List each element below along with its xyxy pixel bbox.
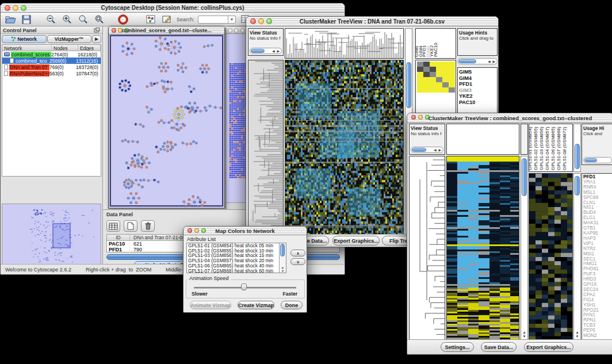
zoom-window-icon[interactable]	[240, 28, 245, 33]
treeview-combined-titlebar[interactable]: ClusterMaker TreeView : combined_scores_…	[407, 113, 612, 123]
view-status-scrollbar[interactable]: ◀ ▶	[250, 48, 282, 54]
zoom-out-icon[interactable]	[44, 14, 57, 25]
gene-label[interactable]: YKE2	[459, 93, 497, 99]
global-heatmap[interactable]	[285, 60, 404, 235]
usage-hints-scrollbar[interactable]	[583, 157, 612, 163]
gene-label-list: PFD1YRA1RNR4MSL1SPC98CLN1NIS1BUD4ELG1MAK…	[582, 173, 612, 340]
gene-label[interactable]: PAC10	[459, 99, 497, 106]
network-row[interactable]: combined_scores 2764(0) 16218(0)	[2, 51, 101, 58]
network-row-icon	[4, 64, 8, 70]
network-canvas[interactable]	[110, 35, 223, 206]
network-row[interactable]: RNAPuberNov2+! 563(0) 107847(0)	[2, 70, 101, 76]
float-panel-icon[interactable]	[94, 28, 100, 34]
network-view-titlebar[interactable]: combined_scores_good.txt--cluste...	[109, 26, 224, 35]
move-down-button[interactable]: ∨	[290, 258, 305, 265]
network-overview-panel[interactable]	[2, 204, 101, 265]
save-session-icon[interactable]	[20, 14, 33, 25]
dense-network-grid[interactable]	[230, 63, 247, 179]
network-overview-thumbnail	[2, 204, 101, 264]
col-nodes[interactable]: Nodes	[52, 45, 78, 51]
animate-vizmap-button[interactable]: Animate Vizmap	[190, 301, 231, 309]
gene-id: PAC10	[107, 241, 130, 247]
row-dendrogram[interactable]	[248, 60, 284, 235]
export-graphics-button[interactable]: Export Graphics...	[524, 342, 573, 352]
dialog-titlebar[interactable]: Map Colors to Network	[183, 227, 307, 235]
create-vizmap-button[interactable]: Create Vizmap	[238, 301, 274, 309]
network-row-icon	[4, 71, 8, 76]
network-nodes-count: 2569(6)	[49, 58, 76, 64]
search-dropdown-icon[interactable]: ▼	[228, 16, 235, 23]
attribute-list: GPL51-01 (GSM854) heat shock 05 minGPL51…	[186, 243, 286, 273]
network-name: RNAPuberNov2+!	[9, 71, 49, 76]
gene-label[interactable]: GIM3	[459, 87, 497, 94]
gene-label[interactable]: MON2	[583, 334, 612, 339]
open-file-icon[interactable]	[4, 14, 17, 25]
dialog-title: Map Colors to Network	[183, 227, 307, 235]
network-edges-count: 16218(0)	[78, 52, 101, 58]
treeview-combined-window: ClusterMaker TreeView : combined_scores_…	[407, 113, 612, 355]
move-up-button[interactable]: ∧	[290, 250, 305, 256]
gene-label[interactable]: GIM5	[459, 69, 497, 75]
heatmap-vscrollbar[interactable]: ▲▼	[521, 156, 528, 340]
tab-vizmapper[interactable]: VizMapper™	[47, 35, 92, 43]
network-nodes-count: 769(0)	[49, 64, 76, 70]
network-nodes-count: 2764(0)	[51, 52, 78, 58]
map-colors-dialog: Map Colors to Network Attribute List GPL…	[183, 226, 307, 313]
close-icon[interactable]	[228, 28, 232, 33]
genelist-vscrollbar[interactable]: ▲▼	[573, 173, 581, 340]
save-data-button[interactable]: Save Data...	[481, 342, 517, 352]
global-heatmap[interactable]	[446, 156, 519, 340]
search-input[interactable]: ▼	[198, 16, 236, 24]
network-edges-count: 13112(15)	[76, 58, 101, 64]
network-row[interactable]: DNA and Tran 07 769(0) 183728(0)	[2, 64, 101, 70]
array-column-label: GPL51-03 (GSM856)	[539, 127, 544, 170]
settings-button[interactable]: Settings...	[441, 342, 474, 352]
array-column-label: GPL51-08 (GSM872)	[562, 127, 567, 170]
plugin-icon[interactable]	[144, 14, 157, 25]
attribute-option[interactable]: GPL51-07 (GSM868) heat shock 60 min	[187, 269, 286, 273]
row-dendrogram[interactable]	[409, 156, 445, 340]
attribute-select-icon[interactable]	[106, 220, 120, 232]
column-dendrogram[interactable]	[446, 124, 519, 155]
gene-label[interactable]: PFD1	[459, 81, 497, 87]
array-column-label: GPL51-06 (GSM865)	[550, 127, 556, 170]
network-edges-count: 107847(0)	[76, 71, 101, 76]
col-id[interactable]: ID	[107, 235, 130, 240]
tab-overflow-button[interactable]: ▶	[92, 35, 101, 43]
zoom-heatmap[interactable]	[529, 173, 573, 340]
control-panel-title: Control Panel	[3, 28, 37, 33]
network-tree-table: Network Nodes Edges combined_scores 2764…	[2, 44, 101, 177]
help-icon[interactable]	[117, 14, 129, 25]
network-view-title: combined_scores_good.txt--cluste...	[109, 26, 224, 35]
new-attribute-icon[interactable]	[124, 220, 137, 232]
treeview-dna-titlebar[interactable]: ClusterMaker TreeView : DNA and Tran 07-…	[246, 17, 498, 26]
view-status-scrollbar[interactable]: ◀ ▶	[411, 147, 443, 153]
column-dendrogram[interactable]	[285, 28, 404, 59]
zoom-selected-icon[interactable]	[93, 14, 105, 25]
gene-column-label: PAC10	[433, 43, 438, 57]
background-network-window[interactable]	[225, 26, 247, 216]
treeview-dna-title: ClusterMaker TreeView : DNA and Tran 07-…	[246, 17, 498, 26]
attribute-list-scrollbar[interactable]: ▲▼	[279, 243, 286, 273]
zoom-fit-icon[interactable]	[76, 14, 89, 25]
network-row[interactable]: combined_sco 2569(6) 13112(15)	[2, 58, 101, 64]
zoom-in-icon[interactable]	[60, 14, 73, 25]
desktop-titlebar[interactable]: Cytoscape Desktop (Session Name: collins…	[1, 3, 345, 13]
col-edges[interactable]: Edges	[78, 45, 101, 51]
done-button[interactable]: Done	[281, 301, 303, 309]
export-graphics-button[interactable]: Export Graphics...	[332, 236, 380, 246]
tab-network[interactable]: Network	[2, 35, 47, 43]
array-column-label: GPL51-01 (GSM854)	[529, 127, 533, 170]
minimize-icon[interactable]	[234, 28, 239, 33]
search-label: Search:	[177, 17, 194, 22]
annotation-icon[interactable]	[160, 14, 173, 25]
attribute-list-label: Attribute List	[187, 236, 216, 242]
scroll-gap	[521, 124, 528, 155]
col-network[interactable]: Network	[2, 45, 52, 51]
speed-slider-thumb[interactable]	[241, 283, 247, 290]
usage-hints-scrollbar[interactable]: ◀ ▶	[457, 58, 498, 64]
gene-label[interactable]: GIM4	[459, 75, 497, 82]
labels-vscrollbar[interactable]	[573, 124, 581, 172]
view-status-box: View Status No status info f ◀ ▶	[409, 124, 445, 155]
delete-attribute-icon[interactable]	[141, 220, 155, 232]
